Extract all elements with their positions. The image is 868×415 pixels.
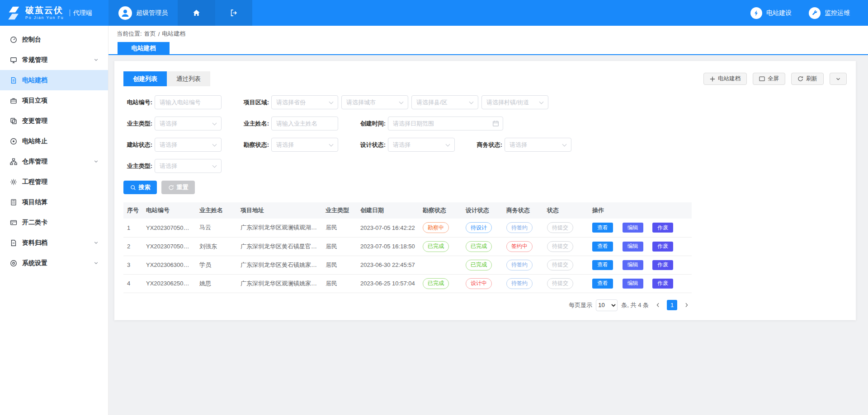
design-status-badge: 已完成 (466, 260, 492, 270)
county-select[interactable]: 请选择县/区 (411, 95, 478, 109)
sidebar-item-station-filing[interactable]: 电站建档 (0, 70, 108, 90)
lightning-icon (750, 7, 762, 19)
fullscreen-button[interactable]: 全屏 (753, 73, 785, 85)
sidebar-item-archives[interactable]: 资料归档 (0, 233, 108, 253)
panel-card: 创建列表 通过列表 电站建档 全屏 (114, 61, 856, 320)
chevron-down-icon (212, 121, 217, 126)
sidebar: 控制台 常规管理 电站建档 项目立项 (0, 26, 108, 415)
add-station-button[interactable]: 电站建档 (703, 73, 747, 85)
filter-business-status: 商务状态: 请选择 (473, 138, 571, 152)
void-button[interactable]: 作废 (652, 242, 673, 252)
app-subtitle: Po Jian Yun Fu (25, 15, 64, 20)
business-status-badge: 签约中 (506, 241, 533, 252)
survey-status-badge: 勘察中 (423, 222, 449, 233)
list-tabs: 创建列表 通过列表 (123, 71, 210, 86)
station-no-input[interactable] (155, 95, 222, 109)
sidebar-item-general-management[interactable]: 常规管理 (0, 50, 108, 70)
filter-owner-type: 业主类型: 请选择 (123, 117, 222, 131)
chevron-left-icon (655, 302, 661, 308)
sidebar-item-station-termination[interactable]: 电站终止 (0, 131, 108, 151)
chevron-down-icon (93, 240, 99, 246)
edit-button[interactable]: 编辑 (623, 223, 643, 233)
chevron-down-icon (212, 142, 217, 147)
refresh-button[interactable]: 刷新 (791, 73, 824, 85)
nav-monitoring-ops[interactable]: 监控运维 (809, 7, 850, 19)
business-status-select[interactable]: 请选择 (505, 138, 571, 152)
search-actions: 搜索 重置 (123, 181, 847, 194)
page-tab-row: 电站建档 (108, 42, 868, 55)
prev-page-button[interactable] (652, 300, 663, 311)
chevron-down-icon (562, 142, 567, 147)
survey-status-select[interactable]: 请选择 (271, 138, 338, 152)
main-content: 当前位置: 首页 / 电站建档 电站建档 创建列表 通过列表 电站建档 (108, 26, 868, 415)
void-button[interactable]: 作废 (652, 260, 673, 270)
filter-owner-type-2: 业主类型: 请选择 (123, 159, 222, 173)
filter-station-no: 电站编号: (123, 95, 222, 109)
sidebar-item-type2-card[interactable]: 开二类卡 (0, 212, 108, 233)
logo-text: 破茧云伏 Po Jian Yun Fu (25, 6, 64, 20)
next-page-button[interactable] (681, 300, 692, 311)
breadcrumb: 当前位置: 首页 / 电站建档 (108, 26, 868, 42)
refresh-icon (797, 76, 803, 82)
tab-passed-list[interactable]: 通过列表 (167, 71, 210, 86)
view-button[interactable]: 查看 (592, 279, 613, 289)
date-range-input[interactable]: 请选择日期范围 (388, 117, 503, 131)
tab-create-list[interactable]: 创建列表 (123, 71, 167, 86)
survey-status-badge: 已完成 (423, 278, 449, 289)
owner-type-select[interactable]: 请选择 (155, 117, 222, 131)
sidebar-item-warehouse-management[interactable]: 仓库管理 (0, 151, 108, 172)
view-button[interactable]: 查看 (592, 223, 613, 233)
owner-name-input[interactable] (271, 117, 338, 131)
table-row: 3 YX2023063000009 学员 广东深圳龙华区黄石镇姚家庄... 居民… (123, 256, 692, 274)
logout-icon (230, 9, 238, 17)
chevron-down-icon (93, 260, 99, 266)
sidebar-item-system-settings[interactable]: 系统设置 (0, 253, 108, 273)
page-tab-station-filing[interactable]: 电站建档 (118, 42, 170, 54)
content-area: 创建列表 通过列表 电站建档 全屏 (108, 55, 868, 415)
province-select[interactable]: 请选择省份 (271, 95, 338, 109)
status-badge: 待提交 (547, 260, 573, 270)
reset-button[interactable]: 重置 (161, 181, 195, 194)
per-page-label: 每页显示 (569, 301, 592, 309)
void-button[interactable]: 作废 (652, 279, 673, 289)
chevron-down-icon (835, 76, 841, 82)
table-row: 2 YX2023070500010 刘强东 广东深圳龙华区黄石镇星官大... 居… (123, 237, 692, 256)
edit-button[interactable]: 编辑 (623, 242, 643, 252)
chevron-down-icon (399, 100, 404, 104)
void-button[interactable]: 作废 (652, 223, 673, 233)
header-nav: 电站建设 监控运维 (750, 0, 868, 26)
search-button[interactable]: 搜索 (123, 181, 157, 194)
nav-station-construction[interactable]: 电站建设 (750, 7, 792, 19)
build-status-select[interactable]: 请选择 (155, 138, 222, 152)
collapse-toolbar-button[interactable] (830, 73, 847, 85)
breadcrumb-home[interactable]: 首页 (144, 30, 156, 38)
calculator-icon (10, 199, 17, 206)
sidebar-item-change-management[interactable]: 变更管理 (0, 111, 108, 131)
page-number-1[interactable]: 1 (667, 300, 677, 310)
business-status-badge: 待签约 (506, 260, 533, 270)
person-icon (120, 8, 130, 18)
gear-icon (10, 178, 17, 186)
reset-icon (168, 185, 174, 191)
sidebar-item-project-settlement[interactable]: 项目结算 (0, 192, 108, 212)
edit-button[interactable]: 编辑 (623, 260, 643, 270)
owner-type-2-select[interactable]: 请选择 (155, 159, 222, 173)
view-button[interactable]: 查看 (592, 260, 613, 270)
city-select[interactable]: 请选择城市 (341, 95, 408, 109)
edit-button[interactable]: 编辑 (623, 279, 643, 289)
village-select[interactable]: 请选择村镇/街道 (481, 95, 548, 109)
design-status-select[interactable]: 请选择 (388, 138, 455, 152)
chevron-down-icon (329, 142, 334, 147)
breadcrumb-separator: / (158, 31, 160, 37)
status-badge: 待提交 (547, 222, 573, 233)
sidebar-item-engineering-management[interactable]: 工程管理 (0, 172, 108, 192)
user-menu[interactable]: 超级管理员 (108, 0, 178, 26)
view-button[interactable]: 查看 (592, 242, 613, 252)
filter-create-time: 创建时间: 请选择日期范围 (357, 117, 503, 131)
logout-button[interactable] (215, 0, 252, 26)
table-row: 1 YX2023070500011 马云 广东深圳龙华区观澜镇观湖路... 居民… (123, 219, 692, 237)
home-button[interactable] (178, 0, 215, 26)
sidebar-item-console[interactable]: 控制台 (0, 29, 108, 50)
per-page-select[interactable]: 10 (596, 299, 618, 311)
sidebar-item-project-approval[interactable]: 项目立项 (0, 90, 108, 111)
